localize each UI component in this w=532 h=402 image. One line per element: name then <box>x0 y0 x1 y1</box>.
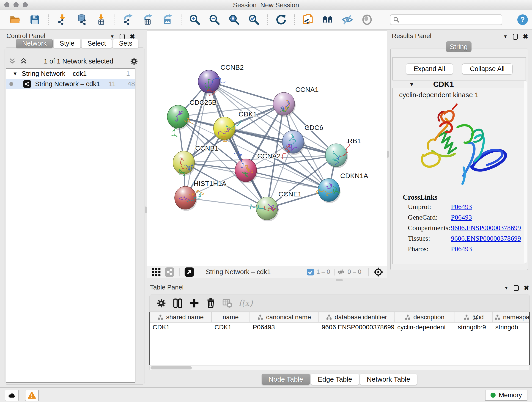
expand-all-button[interactable]: Expand All <box>406 64 453 75</box>
table-cell[interactable]: CDK1 <box>150 324 212 331</box>
export-table-button[interactable] <box>142 13 154 26</box>
crosslink-link[interactable]: P06493 <box>451 203 472 211</box>
left-splitter-handle[interactable] <box>145 206 147 213</box>
column-header-description[interactable]: description <box>394 313 455 322</box>
warnings-button[interactable] <box>25 390 39 401</box>
column-header-shared-name[interactable]: shared name <box>150 313 212 322</box>
network-canvas[interactable]: CCNB2CCNA1CDC25BCDK1CDC6RB1CCNB1CCNA2CDK… <box>147 31 387 278</box>
zoom-in-button[interactable] <box>188 13 201 26</box>
import-network-file-button[interactable] <box>56 13 68 26</box>
network-node-CCNA1[interactable]: CCNA1 <box>273 86 319 117</box>
selected-nodes-checkbox-icon[interactable] <box>307 268 314 276</box>
hidden-elements-eye-icon[interactable] <box>336 268 345 276</box>
zoom-selected-button[interactable] <box>247 13 260 26</box>
panel-float-icon[interactable] <box>514 285 519 291</box>
panel-close-icon[interactable]: ✖ <box>523 33 528 40</box>
crosslink-link[interactable]: P06493 <box>451 245 472 253</box>
apply-layout-button[interactable] <box>274 13 287 26</box>
home-networks-button[interactable] <box>321 13 334 26</box>
gene-name: CDK1 <box>433 80 454 89</box>
tab-string-results[interactable]: String <box>446 41 472 52</box>
tab-network[interactable]: Network <box>16 39 53 48</box>
panel-float-icon[interactable] <box>513 34 518 40</box>
column-header-namespace[interactable]: namespace <box>493 313 530 322</box>
scrollbar-handle[interactable] <box>151 366 192 370</box>
table-cell[interactable]: P06493 <box>250 324 319 331</box>
network-node-CCNB2[interactable]: CCNB2 <box>198 64 244 96</box>
zoom-out-button[interactable] <box>208 13 221 26</box>
tab-node-table[interactable]: Node Table <box>261 374 310 385</box>
column-type-icon <box>494 314 500 320</box>
import-table-button[interactable] <box>95 13 108 26</box>
open-folder-icon <box>9 14 21 26</box>
table-cell[interactable]: 9606.ENSP00000378699 <box>319 324 394 331</box>
tab-network-table[interactable]: Network Table <box>360 374 418 385</box>
function-builder-icon[interactable]: f(x) <box>239 298 253 308</box>
network-node-CCNB1[interactable]: CCNB1 <box>173 144 219 176</box>
save-session-button[interactable] <box>28 13 41 26</box>
network-edge[interactable] <box>185 198 267 208</box>
crosslink-link[interactable]: P06493 <box>451 213 472 221</box>
import-network-database-button[interactable] <box>75 13 88 26</box>
column-header-canonical-name[interactable]: canonical name <box>250 313 319 322</box>
export-image-button[interactable] <box>161 13 174 26</box>
help-button[interactable]: ? <box>517 14 528 25</box>
string-network-graph[interactable]: CCNB2CCNA1CDC25BCDK1CDC6RB1CCNB1CCNA2CDK… <box>147 31 387 266</box>
collapse-all-button[interactable]: Collapse All <box>462 64 513 75</box>
panel-menu-icon[interactable]: ▼ <box>503 34 508 39</box>
memory-button[interactable]: Memory <box>485 390 527 401</box>
search-field[interactable] <box>390 14 502 25</box>
table-cell[interactable]: stringdb:9... <box>455 324 493 331</box>
panel-menu-icon[interactable]: ▼ <box>504 285 509 291</box>
crosslink-label: Pharos: <box>408 245 451 253</box>
network-node-CDKN1A[interactable]: CDKN1A <box>317 172 368 203</box>
network-node-CCNE1[interactable]: CCNE1 <box>250 190 302 221</box>
grid-view-icon[interactable] <box>151 267 161 277</box>
table-cell[interactable]: cyclin-dependent ... <box>394 324 455 331</box>
table-horizontal-scrollbar[interactable] <box>149 365 530 370</box>
create-column-icon[interactable] <box>189 298 200 308</box>
tab-edge-table[interactable]: Edge Table <box>311 374 359 385</box>
birds-eye-view-icon[interactable] <box>184 267 194 277</box>
zoom-fit-button[interactable] <box>228 13 241 26</box>
expand-all-networks-icon[interactable] <box>8 58 16 65</box>
tab-sets[interactable]: Sets <box>113 39 138 48</box>
tree-expander-icon[interactable]: ▼ <box>13 71 18 77</box>
results-scrollbar[interactable] <box>524 81 527 263</box>
gene-section-header[interactable]: ▼ CDK1 <box>393 80 526 88</box>
network-options-gear-icon[interactable] <box>130 57 138 65</box>
network-share-view-icon[interactable] <box>165 267 175 277</box>
search-input[interactable] <box>399 16 496 23</box>
collapse-all-networks-icon[interactable] <box>20 58 27 65</box>
table-row[interactable]: CDK1CDK1P064939606.ENSP00000378699cyclin… <box>150 322 529 332</box>
panel-close-icon[interactable]: ✖ <box>524 284 529 292</box>
delete-table-icon[interactable] <box>222 298 233 308</box>
table-cell[interactable]: CDK1 <box>212 324 250 331</box>
crosslink-link[interactable]: 9606.ENSP00000378699 <box>451 235 521 242</box>
column-header--id[interactable]: @id <box>455 313 493 322</box>
export-network-button[interactable] <box>122 13 135 26</box>
crosslink-link[interactable]: 9606.ENSP00000378699 <box>451 224 521 232</box>
column-header-name[interactable]: name <box>212 313 250 322</box>
network-node-HIST1H1A[interactable]: HIST1H1A <box>175 180 226 211</box>
network-collection-row[interactable]: ▼ String Network – cdk1 1 <box>6 69 135 79</box>
tab-select[interactable]: Select <box>81 39 112 48</box>
delete-column-icon[interactable] <box>206 298 216 308</box>
fit-selected-crosshair-icon[interactable] <box>373 267 383 277</box>
panel-menu-icon[interactable]: ▼ <box>110 34 114 39</box>
column-header-database-identifier[interactable]: database identifier <box>319 313 394 322</box>
hide-unhide-button[interactable] <box>341 13 354 26</box>
memory-status-dot <box>491 393 496 398</box>
cloud-status-button[interactable] <box>5 390 19 401</box>
section-expander-icon[interactable]: ▼ <box>409 81 414 88</box>
network-node-RB1[interactable]: RB1 <box>325 137 361 168</box>
network-from-document-button[interactable] <box>302 13 314 26</box>
table-cell[interactable]: stringdb <box>493 324 530 331</box>
table-options-gear-icon[interactable] <box>156 298 167 308</box>
bottom-splitter-handle[interactable] <box>336 279 343 281</box>
show-columns-icon[interactable] <box>172 298 183 308</box>
network-row[interactable]: String Network – cdk1 11 48 <box>6 79 135 89</box>
open-session-button[interactable] <box>9 13 22 26</box>
show-graphics-button[interactable] <box>361 13 374 26</box>
tab-style[interactable]: Style <box>53 39 80 48</box>
